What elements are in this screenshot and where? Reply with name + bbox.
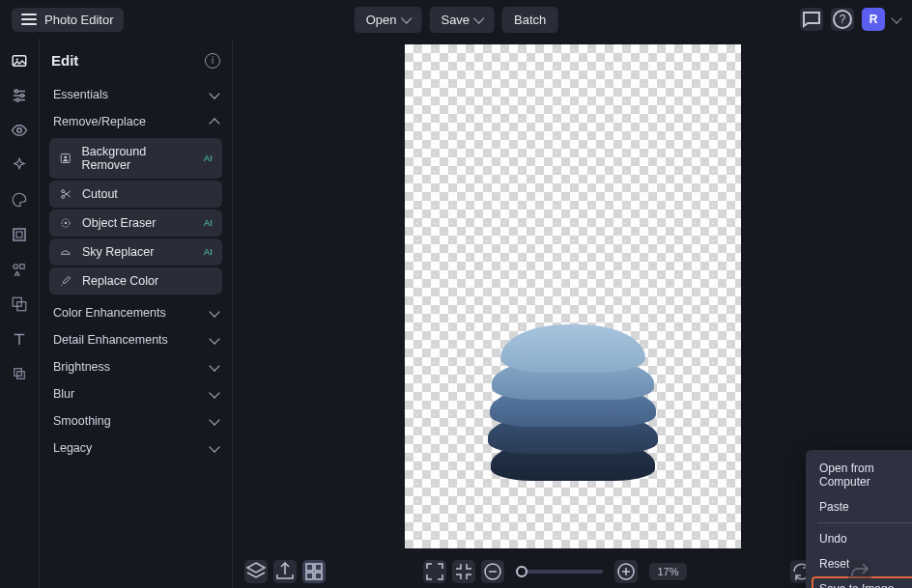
tool-cutout[interactable]: Cutout: [49, 181, 222, 208]
person-icon: [59, 152, 71, 165]
panel-essentials[interactable]: Essentials: [49, 82, 222, 107]
ai-badge: AI: [204, 154, 213, 163]
iconbar-export[interactable]: [11, 365, 28, 382]
copy-icon: [11, 365, 28, 382]
chevron-down-icon: [473, 13, 484, 23]
grid-button[interactable]: [302, 560, 326, 583]
info-icon[interactable]: i: [205, 53, 220, 69]
sparkle-icon: [11, 156, 28, 174]
zoom-percent: 17%: [649, 563, 686, 580]
svg-rect-15: [17, 372, 25, 379]
chevron-down-icon: [209, 88, 219, 98]
bb-left-group: [244, 560, 326, 583]
panel-brightness-label: Brightness: [53, 360, 110, 374]
expand-icon: [423, 560, 446, 583]
avatar-letter: R: [869, 13, 878, 26]
tool-sky-replacer[interactable]: Sky Replacer AI: [49, 238, 222, 266]
iconbar-image[interactable]: [11, 52, 28, 70]
canvas[interactable]: [405, 44, 741, 548]
ctx-open-from-computer[interactable]: Open from Computer: [812, 456, 912, 494]
panel-essentials-label: Essentials: [53, 88, 108, 101]
eraser-icon: [59, 216, 72, 230]
tool-cutout-label: Cutout: [82, 187, 118, 201]
tool-object-eraser-label: Object Eraser: [82, 216, 156, 230]
tool-background-remover[interactable]: Background Remover AI: [49, 138, 222, 179]
minus-circle-icon: [481, 560, 504, 583]
account-chevron-icon[interactable]: [891, 13, 901, 23]
avatar[interactable]: R: [862, 8, 885, 31]
panel-brightness[interactable]: Brightness: [49, 354, 222, 379]
topbar: Photo Editor Open Save Batch ? R: [0, 0, 912, 39]
sidebar: Edit i Essentials Remove/Replace Backgro…: [40, 39, 233, 588]
canvas-wrap: Open from Computer Paste Undo Reset Save…: [233, 39, 912, 555]
export-button[interactable]: [273, 560, 297, 583]
svg-rect-24: [306, 573, 313, 579]
svg-rect-8: [14, 229, 25, 240]
iconbar-text[interactable]: [11, 330, 28, 348]
tool-object-eraser[interactable]: Object Eraser AI: [49, 210, 222, 237]
chevron-down-icon: [209, 441, 219, 452]
canvas-area: Open from Computer Paste Undo Reset Save…: [233, 39, 912, 588]
overlay-icon: [11, 295, 28, 313]
iconbar-overlay[interactable]: [11, 295, 28, 313]
tool-replace-color-label: Replace Color: [82, 274, 158, 288]
svg-point-7: [17, 128, 22, 133]
tool-bg-remover-label: Background Remover: [81, 145, 193, 172]
panel-detail-enh-label: Detail Enhancements: [53, 333, 168, 347]
sidebar-title: Edit: [51, 52, 78, 69]
iconbar-adjust[interactable]: [11, 87, 28, 104]
svg-rect-14: [14, 369, 22, 377]
ctx-separator: [817, 522, 912, 523]
iconbar-retouch[interactable]: [11, 122, 28, 139]
panel-legacy[interactable]: Legacy: [49, 435, 222, 461]
iconbar-frame[interactable]: [11, 226, 28, 243]
ctx-open-label: Open from Computer: [819, 462, 874, 489]
iconbar-paint[interactable]: [11, 191, 28, 209]
svg-point-4: [15, 90, 18, 93]
topbar-right: ? R: [800, 8, 900, 31]
panel-legacy-label: Legacy: [53, 441, 92, 455]
panel-blur-label: Blur: [53, 387, 74, 401]
app-menu[interactable]: Photo Editor: [12, 8, 124, 32]
tool-replace-color[interactable]: Replace Color: [49, 267, 222, 294]
open-button[interactable]: Open: [355, 7, 422, 33]
zoom-slider-knob[interactable]: [516, 566, 527, 577]
svg-point-21: [65, 222, 67, 224]
svg-rect-25: [315, 573, 322, 579]
sidebar-header: Edit i: [49, 52, 222, 69]
ai-badge: AI: [204, 218, 213, 228]
fit-button[interactable]: [452, 560, 475, 583]
fullscreen-button[interactable]: [423, 560, 446, 583]
help-button[interactable]: ?: [831, 8, 854, 31]
panel-color-enh-label: Color Enhancements: [53, 306, 166, 320]
zoom-slider[interactable]: [516, 570, 603, 574]
eye-icon: [11, 122, 28, 139]
save-label: Save: [441, 13, 470, 27]
ctx-reset-label: Reset: [819, 557, 849, 571]
hamburger-icon: [21, 14, 37, 25]
scissors-icon: [59, 187, 72, 201]
image-subject-jeans: [486, 326, 660, 481]
panel-smoothing[interactable]: Smoothing: [49, 408, 222, 434]
chevron-down-icon: [209, 333, 219, 344]
save-button[interactable]: Save: [429, 7, 495, 33]
sliders-icon: [11, 87, 28, 104]
batch-button[interactable]: Batch: [502, 7, 557, 33]
panel-remove-replace-label: Remove/Replace: [53, 115, 146, 128]
layers-button[interactable]: [244, 560, 268, 583]
iconbar-ai[interactable]: [11, 156, 28, 174]
svg-point-5: [21, 95, 24, 98]
ctx-undo[interactable]: Undo: [812, 526, 912, 551]
ctx-paste[interactable]: Paste: [812, 494, 912, 519]
zoom-in-button[interactable]: [614, 560, 638, 583]
panel-remove-replace[interactable]: Remove/Replace: [49, 109, 222, 134]
panel-detail-enhancements[interactable]: Detail Enhancements: [49, 327, 222, 352]
zoom-out-button[interactable]: [481, 560, 504, 583]
iconbar-elements[interactable]: [11, 261, 28, 278]
redo-button[interactable]: [848, 560, 871, 583]
panel-blur[interactable]: Blur: [49, 381, 222, 406]
comment-button[interactable]: [800, 8, 823, 31]
panel-color-enhancements[interactable]: Color Enhancements: [49, 300, 222, 325]
plus-circle-icon: [614, 560, 638, 583]
svg-point-17: [64, 155, 67, 158]
